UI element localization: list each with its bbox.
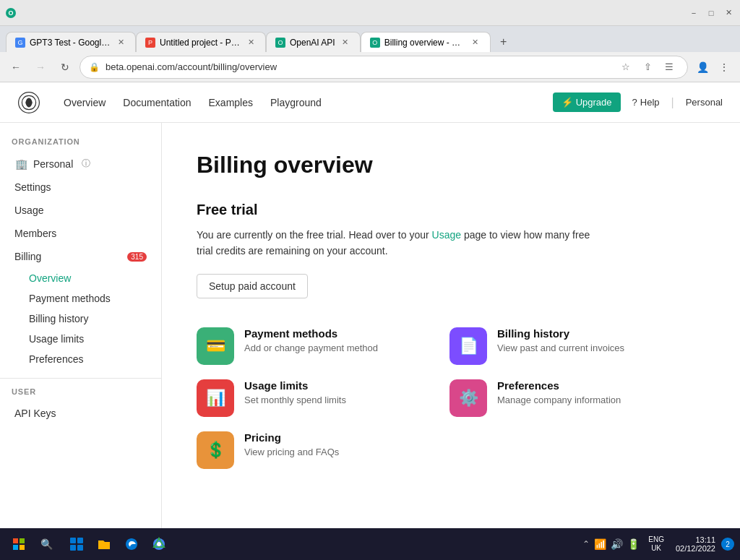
taskbar-app-edge[interactable] [119,531,145,557]
upgrade-button[interactable]: ⚡ Upgrade [553,92,620,112]
clock-date: 02/12/2022 [676,544,715,553]
app-container: Overview Documentation Examples Playgrou… [0,82,740,560]
payment-methods-icon: 💳 [197,327,234,365]
region-text: UK [651,544,661,553]
sidebar-personal-label: Personal [33,158,73,170]
refresh-button[interactable]: ↻ [55,57,75,77]
start-button[interactable] [6,531,32,557]
nav-documentation[interactable]: Documentation [123,97,191,108]
menu-icon[interactable]: ⋮ [714,57,734,77]
systray-chevron[interactable]: ⌃ [582,539,590,549]
taskbar-apps [64,531,172,557]
preferences-desc: Manage company information [497,395,621,405]
usage-limits-icon: 📊 [197,379,234,417]
extensions-icon[interactable]: ☰ [660,58,679,77]
preferences-card[interactable]: ⚙️ Preferences Manage company informatio… [449,379,688,417]
billing-history-desc: View past and current invoices [497,343,624,353]
browser-tab-2[interactable]: P Untitled project - Proje... ✕ [136,32,266,52]
browser-tab-4[interactable]: O Billing overview - Open... ✕ [361,32,491,52]
taskbar-right: ⌃ 📶 🔊 🔋 ENG UK 13:11 02/12/2022 2 [582,535,734,553]
notification-badge[interactable]: 2 [721,538,734,551]
sidebar-item-personal[interactable]: 🏢 Personal ⓘ [3,152,158,176]
tab-4-close[interactable]: ✕ [470,37,481,48]
network-icon: 📶 [594,538,606,550]
taskbar-app-1[interactable] [64,531,90,557]
sidebar-item-settings[interactable]: Settings [3,176,158,199]
window-controls: − □ ✕ [688,7,734,19]
sidebar-sub-overview[interactable]: Overview [9,268,158,288]
sidebar-item-billing[interactable]: Billing 315 [3,245,158,268]
account-button[interactable]: Personal [686,97,723,108]
tab-2-icon: P [145,38,155,48]
volume-icon: 🔊 [611,538,623,550]
payment-methods-card[interactable]: 💳 Payment methods Add or change payment … [197,327,435,365]
url-bar[interactable]: 🔒 beta.openai.com/account/billing/overvi… [79,56,688,79]
back-button[interactable]: ← [6,57,26,77]
taskbar-app-file-explorer[interactable] [91,531,117,557]
nav-overview[interactable]: Overview [64,97,106,108]
billing-history-info: Billing history View past and current in… [497,327,624,353]
free-trial-desc-before: You are currently on the free trial. Hea… [197,229,432,241]
share-icon[interactable]: ⇧ [638,58,657,77]
pricing-info: Pricing View pricing and FAQs [244,431,339,457]
browser-tab-3[interactable]: O OpenAI API ✕ [266,32,361,52]
svg-rect-4 [20,545,25,550]
svg-rect-2 [20,538,25,543]
building-icon: 🏢 [14,158,27,170]
openai-logo [17,91,40,114]
tabs-bar: G GPT3 Test - Google She... ✕ P Untitled… [0,26,740,52]
tab-1-close[interactable]: ✕ [115,37,126,48]
main-layout: ORGANIZATION 🏢 Personal ⓘ Settings Usage… [0,123,740,560]
tab-2-close[interactable]: ✕ [245,37,257,48]
preferences-info: Preferences Manage company information [497,379,621,405]
billing-history-card[interactable]: 📄 Billing history View past and current … [449,327,688,365]
page-title: Billing overview [197,152,705,178]
maximize-button[interactable]: □ [705,7,717,19]
sidebar-usage-label: Usage [14,204,43,216]
usage-limits-title: Usage limits [244,379,346,392]
pricing-icon: 💲 [197,431,234,469]
sidebar-item-api-keys[interactable]: API Keys [3,402,158,425]
forward-button[interactable]: → [30,57,51,77]
lang-text: ENG [648,535,664,544]
tab-3-close[interactable]: ✕ [340,37,351,48]
usage-link[interactable]: Usage [432,229,461,241]
sidebar-item-members[interactable]: Members [3,222,158,245]
minimize-button[interactable]: − [688,7,700,19]
cards-grid: 💳 Payment methods Add or change payment … [197,327,688,469]
profile-icon[interactable]: 👤 [692,57,713,77]
usage-limits-info: Usage limits Set monthly spend limits [244,379,346,405]
org-section-label: ORGANIZATION [0,137,161,152]
free-trial-description: You are currently on the free trial. Hea… [197,227,601,259]
bookmark-icon[interactable]: ☆ [616,58,635,77]
browser-tab-1[interactable]: G GPT3 Test - Google She... ✕ [6,32,136,52]
nav-playground[interactable]: Playground [270,97,322,108]
sidebar-sub-usage-limits[interactable]: Usage limits [9,329,158,349]
svg-rect-1 [13,538,18,543]
preferences-icon: ⚙️ [449,379,487,417]
sidebar-members-label: Members [14,228,56,239]
nav-examples[interactable]: Examples [209,97,253,108]
preferences-title: Preferences [497,379,621,392]
sidebar-sub-payment-methods[interactable]: Payment methods [9,288,158,309]
pricing-card[interactable]: 💲 Pricing View pricing and FAQs [197,431,435,469]
sidebar-api-keys-label: API Keys [14,408,56,419]
sidebar-sub-billing-history[interactable]: Billing history [9,309,158,329]
billing-badge: 315 [127,252,147,262]
close-button[interactable]: ✕ [723,7,734,19]
pricing-title: Pricing [244,431,339,444]
sidebar-sub-preferences[interactable]: Preferences [9,349,158,369]
usage-limits-card[interactable]: 📊 Usage limits Set monthly spend limits [197,379,435,417]
systray: ⌃ 📶 🔊 🔋 [582,538,640,550]
new-tab-button[interactable]: + [494,32,514,52]
taskbar-search-button[interactable]: 🔍 [35,533,58,556]
sidebar-item-usage[interactable]: Usage [3,199,158,222]
taskbar-app-chrome[interactable] [146,531,172,557]
help-button[interactable]: ? Help [632,97,660,108]
main-content: Billing overview Free trial You are curr… [162,123,740,560]
top-nav: Overview Documentation Examples Playgrou… [0,82,740,123]
setup-paid-account-button[interactable]: Setup paid account [197,274,308,298]
billing-history-title: Billing history [497,327,624,340]
tab-4-title: Billing overview - Open... [384,38,465,48]
tab-4-icon: O [370,38,380,48]
